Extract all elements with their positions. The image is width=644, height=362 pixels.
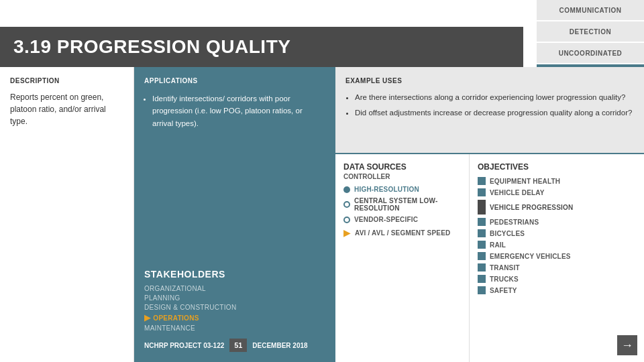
operations-arrow-icon: ▶ bbox=[144, 313, 150, 322]
tab-uncoordinated[interactable]: UNCOORDINATED bbox=[537, 43, 644, 63]
obj-bar-progression bbox=[478, 200, 486, 215]
stakeholder-organizational: ORGANIZATIONAL bbox=[144, 285, 325, 292]
ds-vendor: VENDOR-SPECIFIC bbox=[343, 216, 461, 223]
obj-vehicle-delay: VEHICLE DELAY bbox=[478, 188, 636, 196]
example-uses-list: Are there intersections along a corridor… bbox=[345, 91, 634, 119]
obj-safety: SAFETY bbox=[478, 286, 636, 294]
ds-label-avi: AVI / AVL / SEGMENT SPEED bbox=[355, 229, 461, 237]
obj-bar-rail bbox=[478, 241, 486, 249]
description-label: DESCRIPTION bbox=[10, 77, 123, 84]
obj-bar-emergency bbox=[478, 252, 486, 260]
description-text: Reports percent on green, platoon ratio,… bbox=[10, 91, 123, 127]
example-item-2: Did offset adjustments increase or decre… bbox=[355, 107, 634, 120]
obj-bar-trucks bbox=[478, 275, 486, 283]
ds-high-resolution: HIGH-RESOLUTION bbox=[343, 186, 461, 193]
title-bar: 3.19 PROGRESSION QUALITY bbox=[0, 27, 523, 67]
obj-pedestrians: PEDESTRIANS bbox=[478, 218, 636, 226]
main-content: DESCRIPTION Reports percent on green, pl… bbox=[0, 67, 644, 362]
obj-label-pedestrians: PEDESTRIANS bbox=[490, 219, 539, 226]
obj-bar-delay bbox=[478, 188, 486, 196]
example-item-1: Are there intersections along a corridor… bbox=[355, 91, 634, 105]
obj-label-safety: SAFETY bbox=[490, 287, 517, 294]
nchrp-label: NCHRP PROJECT 03-122 bbox=[144, 342, 224, 349]
obj-label-equipment: EQUIPMENT HEALTH bbox=[490, 178, 560, 185]
applications-label: APPLICATIONS bbox=[144, 77, 325, 84]
obj-bar-transit bbox=[478, 263, 486, 272]
nchrp-footer: NCHRP PROJECT 03-122 51 DECEMBER 2018 bbox=[144, 339, 325, 352]
applications-list: Identify intersections/ corridors with p… bbox=[144, 93, 325, 259]
obj-bicycles: BICYCLES bbox=[478, 229, 636, 237]
obj-bar-pedestrians bbox=[478, 218, 486, 226]
data-sources-column: DATA SOURCES CONTROLLER HIGH-RESOLUTION … bbox=[335, 154, 470, 362]
stakeholder-design: DESIGN & CONSTRUCTION bbox=[144, 304, 325, 311]
data-sources-subtitle: CONTROLLER bbox=[343, 173, 461, 180]
description-column: DESCRIPTION Reports percent on green, pl… bbox=[0, 67, 134, 362]
stakeholder-maintenance: MAINTENANCE bbox=[144, 324, 325, 332]
right-column: EXAMPLE USES Are there intersections alo… bbox=[335, 67, 644, 362]
obj-label-bicycles: BICYCLES bbox=[490, 230, 525, 237]
tab-communication[interactable]: COMMUNICATION bbox=[537, 0, 644, 20]
ds-avi: ▶ AVI / AVL / SEGMENT SPEED bbox=[343, 227, 461, 238]
obj-bar-safety bbox=[478, 286, 486, 294]
obj-label-trucks: TRUCKS bbox=[490, 276, 519, 283]
obj-label-delay: VEHICLE DELAY bbox=[490, 189, 545, 196]
ds-label-central: CENTRAL SYSTEM LOW-RESOLUTION bbox=[354, 197, 461, 212]
stakeholder-operations: ▶ OPERATIONS bbox=[144, 313, 325, 322]
ds-dot-vendor bbox=[343, 217, 350, 223]
obj-label-emergency: EMERGENCY VEHICLES bbox=[490, 253, 571, 260]
obj-bar-bicycles bbox=[478, 229, 486, 237]
ds-dot-filled bbox=[343, 186, 350, 193]
ds-label-high-res: HIGH-RESOLUTION bbox=[354, 186, 461, 193]
ds-arrow-icon: ▶ bbox=[343, 227, 351, 238]
data-sources-title: DATA SOURCES bbox=[343, 162, 461, 172]
obj-trucks: TRUCKS bbox=[478, 275, 636, 283]
obj-transit: TRANSIT bbox=[478, 263, 636, 272]
ds-label-vendor: VENDOR-SPECIFIC bbox=[354, 216, 461, 223]
obj-rail: RAIL bbox=[478, 241, 636, 249]
ds-central: CENTRAL SYSTEM LOW-RESOLUTION bbox=[343, 197, 461, 212]
obj-equipment-health: EQUIPMENT HEALTH bbox=[478, 177, 636, 185]
obj-emergency: EMERGENCY VEHICLES bbox=[478, 252, 636, 260]
applications-column: APPLICATIONS Identify intersections/ cor… bbox=[134, 67, 335, 362]
objectives-column: OBJECTIVES EQUIPMENT HEALTH VEHICLE DELA… bbox=[470, 154, 644, 362]
tab-detection[interactable]: DETECTION bbox=[537, 21, 644, 42]
stakeholders-title: STAKEHOLDERS bbox=[144, 269, 325, 280]
next-nav-button[interactable]: → bbox=[617, 335, 637, 355]
page-number: 51 bbox=[229, 339, 247, 352]
obj-label-progression: VEHICLE PROGRESSION bbox=[490, 204, 573, 211]
date-label: DECEMBER 2018 bbox=[252, 342, 307, 349]
obj-bar-equipment bbox=[478, 177, 486, 185]
bottom-split: DATA SOURCES CONTROLLER HIGH-RESOLUTION … bbox=[335, 154, 644, 362]
obj-vehicle-progression: VEHICLE PROGRESSION bbox=[478, 200, 636, 215]
example-uses-label: EXAMPLE USES bbox=[345, 77, 634, 84]
page-title: 3.19 PROGRESSION QUALITY bbox=[13, 36, 290, 58]
application-item: Identify intersections/ corridors with p… bbox=[152, 93, 325, 129]
objectives-title: OBJECTIVES bbox=[478, 162, 636, 172]
obj-label-rail: RAIL bbox=[490, 241, 506, 249]
ds-dot-central bbox=[343, 201, 350, 208]
stakeholder-planning: PLANNING bbox=[144, 294, 325, 302]
example-uses-section: EXAMPLE USES Are there intersections alo… bbox=[335, 67, 644, 154]
obj-label-transit: TRANSIT bbox=[490, 264, 520, 272]
stakeholders-section: STAKEHOLDERS ORGANIZATIONAL PLANNING DES… bbox=[144, 259, 325, 352]
